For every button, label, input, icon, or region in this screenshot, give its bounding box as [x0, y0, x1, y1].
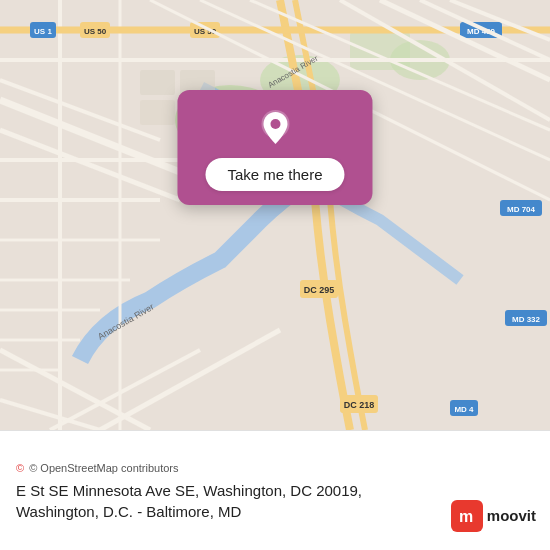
svg-text:MD 332: MD 332	[512, 315, 541, 324]
address-line1: E St SE Minnesota Ave SE, Washington, DC…	[16, 480, 534, 501]
svg-rect-48	[140, 70, 175, 95]
moovit-icon: m	[451, 500, 483, 532]
svg-text:MD 704: MD 704	[507, 205, 536, 214]
svg-point-54	[270, 119, 280, 129]
take-me-there-button[interactable]: Take me there	[205, 158, 344, 191]
svg-text:m: m	[459, 508, 473, 525]
moovit-label: moovit	[487, 508, 536, 525]
osm-attribution: © © OpenStreetMap contributors	[16, 462, 534, 474]
copyright-symbol: ©	[16, 462, 24, 474]
moovit-wordmark: moovit	[487, 508, 536, 525]
svg-text:MD 4: MD 4	[454, 405, 474, 414]
svg-text:US 1: US 1	[34, 27, 52, 36]
svg-text:US 50: US 50	[84, 27, 107, 36]
svg-text:DC 218: DC 218	[344, 400, 375, 410]
attribution-text: © OpenStreetMap contributors	[29, 462, 178, 474]
moovit-logo: m moovit	[451, 500, 536, 532]
location-pin-icon	[255, 108, 295, 148]
map-view: DC 295 US 50 US 50 US 1 MD 459 MD 704 MD…	[0, 0, 550, 430]
info-bar: © © OpenStreetMap contributors E St SE M…	[0, 430, 550, 550]
svg-text:DC 295: DC 295	[304, 285, 335, 295]
svg-rect-50	[140, 100, 175, 125]
location-card: Take me there	[177, 90, 372, 205]
